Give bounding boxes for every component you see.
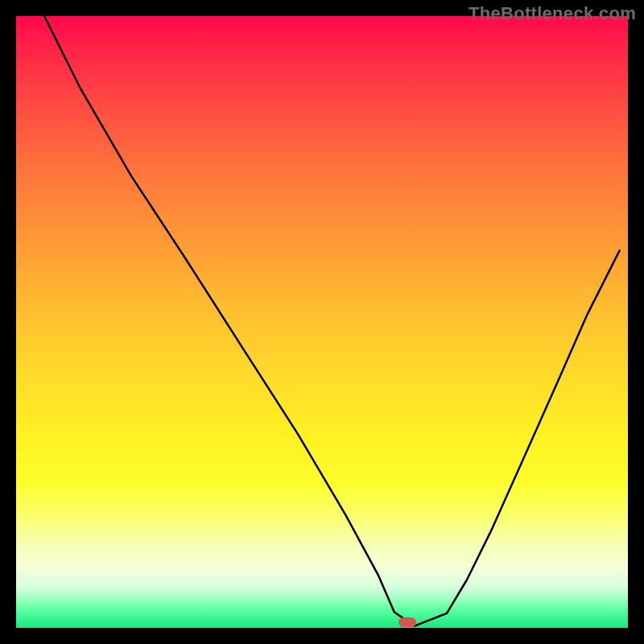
bottleneck-curve xyxy=(16,16,628,628)
chart-plot-area xyxy=(16,16,628,628)
bottleneck-curve-path xyxy=(44,16,620,626)
watermark-text: TheBottleneck.com xyxy=(469,3,636,24)
optimal-point-marker xyxy=(398,617,416,627)
